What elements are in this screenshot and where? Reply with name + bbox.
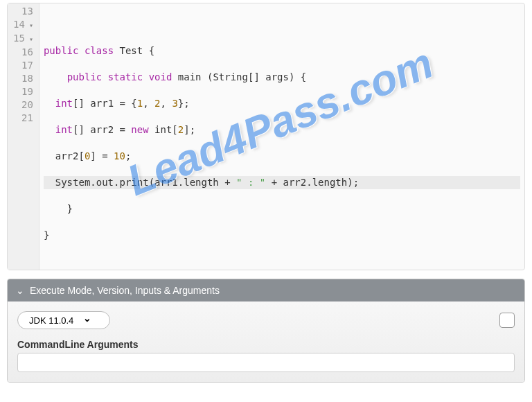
execute-panel-title: Execute Mode, Version, Inputs & Argument… bbox=[30, 285, 220, 296]
line-number: 19 bbox=[13, 85, 33, 98]
execute-panel: ⌄ Execute Mode, Version, Inputs & Argume… bbox=[7, 279, 525, 383]
line-number: 13 bbox=[13, 5, 33, 18]
line-number: 20 bbox=[13, 98, 33, 112]
code-editor[interactable]: 13 14 15 16 17 18 19 20 21 public class … bbox=[7, 3, 525, 270]
code-line: public static void main (String[] args) … bbox=[44, 71, 520, 84]
jdk-version-select[interactable]: JDK 11.0.4 bbox=[17, 311, 110, 329]
line-number: 18 bbox=[13, 72, 33, 85]
line-number: 17 bbox=[13, 59, 33, 72]
execute-panel-header[interactable]: ⌄ Execute Mode, Version, Inputs & Argume… bbox=[8, 279, 524, 302]
jdk-version-label: JDK 11.0.4 bbox=[29, 315, 73, 326]
chevron-down-icon: ⌄ bbox=[16, 285, 24, 296]
code-content[interactable]: public class Test { public static void m… bbox=[39, 3, 524, 270]
line-number-gutter: 13 14 15 16 17 18 19 20 21 bbox=[8, 3, 39, 270]
cmdline-input[interactable] bbox=[17, 353, 515, 372]
code-line: System.out.print(arr1.length + " : " + a… bbox=[44, 176, 520, 189]
option-checkbox[interactable] bbox=[499, 313, 515, 328]
line-number: 21 bbox=[13, 112, 33, 125]
code-line: int[] arr2 = new int[2]; bbox=[44, 123, 520, 137]
execute-panel-body: JDK 11.0.4 CommandLine Arguments bbox=[8, 302, 524, 382]
code-line: public class Test { bbox=[44, 44, 520, 58]
code-line bbox=[44, 18, 520, 31]
cmdline-label: CommandLine Arguments bbox=[17, 339, 515, 350]
code-line: arr2[0] = 10; bbox=[44, 150, 520, 163]
line-number: 15 bbox=[13, 32, 33, 46]
code-line: } bbox=[44, 229, 520, 242]
code-line: } bbox=[44, 202, 520, 216]
line-number: 16 bbox=[13, 46, 33, 59]
line-number: 14 bbox=[13, 18, 33, 32]
code-line: int[] arr1 = {1, 2, 3}; bbox=[44, 97, 520, 110]
